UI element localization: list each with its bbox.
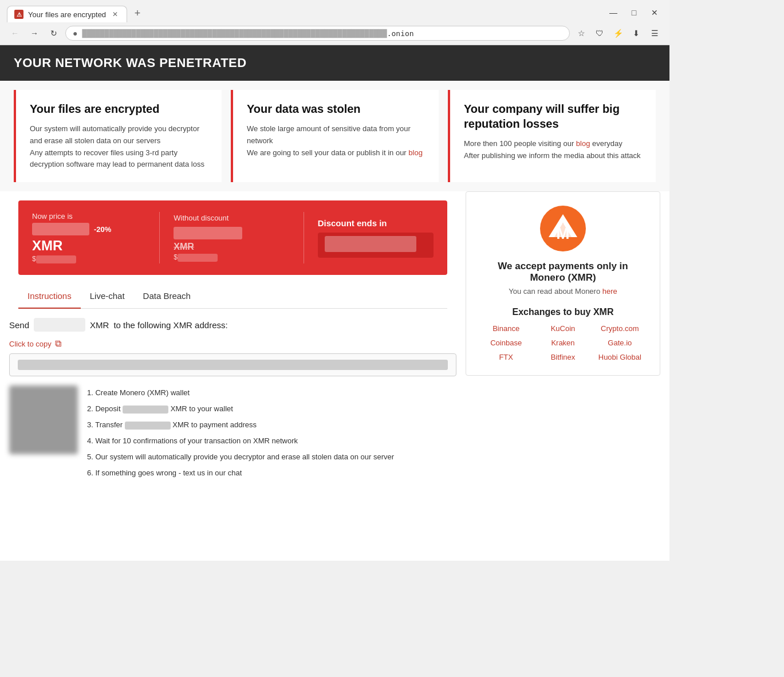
- close-button[interactable]: ✕: [647, 5, 663, 21]
- price-currency: XMR: [32, 238, 148, 254]
- price-blurred-now: [32, 223, 89, 235]
- card-reputation-text: More then 100 people visiting our blog e…: [464, 138, 642, 162]
- tab-title: Your files are encrypted: [28, 10, 106, 19]
- monero-here-link[interactable]: here: [602, 287, 617, 296]
- price-usd-blurred-2: [178, 254, 218, 262]
- price-usd-without: $: [174, 253, 289, 262]
- sidebar-box: M We accept payments only in Monero (XMR…: [466, 191, 660, 376]
- banner-text: YOUR NETWORK WAS PENETRATED: [14, 56, 247, 70]
- address-text: ████████████████████████████████████████…: [82, 29, 562, 38]
- active-tab[interactable]: ⚠ Your files are encrypted ✕: [7, 6, 127, 22]
- copy-icon[interactable]: ⧉: [55, 338, 61, 349]
- price-now-label: Now price is: [32, 212, 148, 221]
- back-button[interactable]: ←: [7, 25, 23, 41]
- card-stolen-title: Your data was stolen: [247, 101, 425, 116]
- price-strikethrough: XMR: [174, 242, 289, 252]
- exchange-binance[interactable]: Binance: [480, 324, 532, 333]
- exchange-ftx[interactable]: FTX: [480, 353, 532, 361]
- click-to-copy-link[interactable]: Click to copy: [9, 340, 52, 348]
- bookmark-button[interactable]: ☆: [573, 25, 589, 41]
- step-6: 6. If something goes wrong - text us in …: [87, 466, 394, 481]
- price-discount-row: -20%: [32, 223, 148, 235]
- browser-chrome: ⚠ Your files are encrypted ✕ + — □ ✕ ← →…: [0, 0, 669, 45]
- send-prefix: Send: [9, 320, 29, 330]
- blog-link-2[interactable]: blog: [576, 139, 590, 148]
- exchange-cryptocom[interactable]: Crypto.com: [594, 324, 646, 333]
- exchange-gateio[interactable]: Gate.io: [594, 338, 646, 347]
- discount-badge: -20%: [94, 225, 111, 234]
- tab-instructions[interactable]: Instructions: [18, 284, 81, 309]
- address-bar[interactable]: ● ██████████████████████████████████████…: [65, 26, 570, 41]
- send-amount-blurred: [34, 318, 85, 332]
- instructions-steps: 1. Create Monero (XMR) wallet 2. Deposit…: [9, 385, 456, 482]
- tor-icon: ●: [73, 29, 77, 38]
- exchanges-title: Exchanges to buy XMR: [480, 307, 646, 317]
- send-row: Send XMR to the following XMR address:: [9, 318, 456, 332]
- page-content: YOUR NETWORK WAS PENETRATED Your files a…: [0, 45, 669, 561]
- send-currency: XMR: [90, 320, 109, 330]
- tab-bar: ⚠ Your files are encrypted ✕ +: [7, 5, 601, 22]
- svg-text:M: M: [556, 225, 569, 242]
- price-usd-now: $: [32, 255, 148, 263]
- sidebar: M We accept payments only in Monero (XMR…: [466, 191, 660, 491]
- step-5: 5. Our system will automatically provide…: [87, 450, 394, 465]
- step-3: 3. Transfer XMR to payment address: [87, 418, 394, 432]
- exchange-coinbase[interactable]: Coinbase: [480, 338, 532, 347]
- address-blurred: [18, 360, 448, 370]
- tab-close-button[interactable]: ✕: [111, 10, 120, 19]
- price-now: Now price is -20% XMR $: [32, 212, 160, 263]
- toolbar-actions: ☆ 🛡 ⚡ ⬇ ☰: [573, 25, 663, 41]
- cards-section: Your files are encrypted Our system will…: [0, 81, 669, 191]
- price-section: Now price is -20% XMR $ Without discount…: [18, 200, 447, 275]
- countdown-blurred: [325, 236, 416, 252]
- step-2: 2. Deposit XMR to your wallet: [87, 402, 394, 416]
- reload-button[interactable]: ↻: [46, 25, 62, 41]
- step-2-amount: [123, 406, 168, 414]
- exchange-huobi[interactable]: Huobi Global: [594, 353, 646, 361]
- tab-data-breach[interactable]: Data Breach: [134, 284, 200, 309]
- exchange-bitfinex[interactable]: Bitfinex: [537, 353, 589, 361]
- blog-link-1[interactable]: blog: [408, 148, 423, 157]
- countdown-timer: [318, 233, 434, 258]
- monero-subtitle: You can read about Monero here: [480, 287, 646, 296]
- shield-button[interactable]: 🛡: [592, 25, 608, 41]
- download-button[interactable]: ⬇: [628, 25, 644, 41]
- banner: YOUR NETWORK WAS PENETRATED: [0, 45, 669, 81]
- window-controls: — □ ✕: [605, 5, 663, 21]
- card-reputation: Your company will suffer big reputation …: [448, 90, 656, 182]
- exchange-kucoin[interactable]: KuCoin: [537, 324, 589, 333]
- forward-button[interactable]: →: [26, 25, 42, 41]
- card-encrypted-title: Your files are encrypted: [30, 101, 208, 116]
- steps-list: 1. Create Monero (XMR) wallet 2. Deposit…: [87, 385, 394, 482]
- qr-code: [9, 385, 78, 454]
- step-3-amount: [125, 422, 171, 430]
- menu-button[interactable]: ☰: [647, 25, 663, 41]
- monero-title: We accept payments only in Monero (XMR): [480, 261, 646, 284]
- card-encrypted-text: Our system will automatically provide yo…: [30, 123, 208, 171]
- send-to-text: to the following XMR address:: [113, 320, 227, 330]
- monero-logo: M: [540, 206, 586, 251]
- maximize-button[interactable]: □: [626, 5, 642, 21]
- card-encrypted: Your files are encrypted Our system will…: [14, 90, 222, 182]
- instructions-content: Send XMR to the following XMR address: C…: [9, 309, 456, 491]
- minimize-button[interactable]: —: [605, 5, 621, 21]
- address-box: [9, 353, 456, 376]
- price-blurred-without: [174, 227, 242, 239]
- card-reputation-title: Your company will suffer big reputation …: [464, 101, 642, 131]
- card-stolen-text: We stole large amount of sensitive data …: [247, 123, 425, 159]
- address-copy-row: Click to copy ⧉: [9, 338, 456, 349]
- price-without-label: Without discount: [174, 214, 289, 222]
- exchange-kraken[interactable]: Kraken: [537, 338, 589, 347]
- card-stolen: Your data was stolen We stole large amou…: [231, 90, 439, 182]
- tab-favicon: ⚠: [14, 10, 23, 19]
- price-usd-blurred: [36, 255, 76, 263]
- tab-live-chat[interactable]: Live-chat: [81, 284, 134, 309]
- price-countdown: Discount ends in: [304, 212, 434, 263]
- step-1: 1. Create Monero (XMR) wallet: [87, 385, 394, 400]
- extensions-button[interactable]: ⚡: [610, 25, 626, 41]
- tabs-section: Instructions Live-chat Data Breach: [18, 284, 447, 309]
- new-tab-button[interactable]: +: [129, 5, 145, 21]
- toolbar: ← → ↻ ● ████████████████████████████████…: [0, 23, 669, 45]
- countdown-label: Discount ends in: [318, 218, 434, 228]
- step-4: 4. Wait for 10 confirmations of your tra…: [87, 434, 394, 448]
